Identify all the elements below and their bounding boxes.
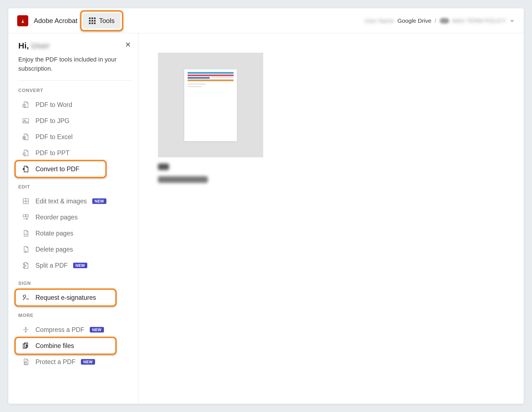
tool-label: PDF to Word — [35, 101, 72, 109]
section-convert-label: CONVERT — [18, 88, 133, 93]
app-title: Adobe Acrobat — [34, 17, 77, 25]
section-more-label: MORE — [18, 313, 133, 318]
tool-pdf-to-word[interactable]: PDF to Word — [18, 97, 133, 113]
reorder-icon — [22, 213, 30, 221]
tool-label: Combine files — [35, 342, 74, 350]
greeting-name: User — [31, 41, 50, 50]
greeting: Hi, User — [18, 41, 133, 50]
main-content — [139, 33, 524, 404]
combine-icon — [22, 342, 30, 350]
new-badge: NEW — [81, 359, 95, 365]
close-icon[interactable]: ✕ — [125, 41, 131, 48]
image-icon — [22, 117, 30, 125]
section-sign-label: SIGN — [18, 281, 133, 286]
breadcrumb-sep: / — [435, 17, 436, 24]
lock-icon — [22, 358, 30, 366]
tool-reorder-pages[interactable]: Reorder pages — [18, 209, 133, 225]
acrobat-logo — [17, 15, 28, 26]
tool-label: Protect a PDF — [35, 358, 75, 366]
doc-excel-icon — [22, 133, 30, 141]
split-icon — [22, 261, 30, 270]
document-page-preview — [184, 69, 237, 141]
divider — [18, 80, 133, 81]
tool-label: Edit text & images — [35, 198, 87, 205]
section-edit-label: EDIT — [18, 184, 133, 190]
doc-ext-label — [158, 163, 169, 170]
signature-icon — [22, 293, 30, 302]
compress-icon — [22, 326, 30, 334]
convert-pdf-icon — [22, 165, 30, 173]
new-badge: NEW — [90, 327, 104, 332]
tools-label: Tools — [99, 17, 114, 25]
svg-rect-4 — [23, 215, 25, 217]
svg-rect-9 — [23, 344, 27, 348]
tool-split-pdf[interactable]: Split a PDF NEW — [18, 257, 133, 273]
tool-protect-pdf[interactable]: Protect a PDF NEW — [18, 354, 133, 370]
tool-convert-to-pdf-wrap: Convert to PDF — [18, 161, 133, 177]
tool-combine-files-wrap: Combine files — [18, 338, 133, 354]
new-badge: NEW — [92, 198, 106, 204]
tool-label: Delete pages — [35, 246, 73, 253]
tools-button[interactable]: Tools — [83, 13, 121, 29]
tool-label: PDF to Excel — [35, 133, 73, 141]
chevron-down-icon[interactable] — [509, 18, 515, 24]
tool-convert-to-pdf[interactable]: Convert to PDF — [18, 161, 133, 177]
tool-label: Reorder pages — [35, 214, 78, 221]
svg-rect-11 — [25, 362, 27, 364]
breadcrumb-service[interactable]: Google Drive — [397, 17, 431, 24]
tool-pdf-to-ppt[interactable]: PDF to PPT — [18, 145, 133, 161]
tool-request-esignatures[interactable]: Request e-signatures — [18, 290, 133, 306]
document-card[interactable] — [158, 53, 504, 183]
tools-sidebar: ✕ Hi, User Enjoy the PDF tools included … — [8, 33, 139, 404]
doc-name-label — [158, 176, 208, 183]
tool-edit-text-images[interactable]: Edit text & images NEW — [18, 193, 133, 209]
acrobat-icon — [19, 17, 26, 24]
document-thumbnail — [158, 53, 263, 157]
edit-icon — [22, 197, 30, 205]
tool-compress-pdf[interactable]: Compress a PDF NEW — [18, 322, 133, 338]
tool-rotate-pages[interactable]: Rotate pages — [18, 225, 133, 241]
grid-icon — [89, 17, 96, 24]
tools-button-wrap: Tools — [83, 13, 121, 29]
tool-label: Convert to PDF — [35, 165, 80, 173]
tool-pdf-to-excel[interactable]: PDF to Excel — [18, 129, 133, 145]
tool-label: Compress a PDF — [35, 326, 84, 334]
tool-delete-pages[interactable]: Delete pages — [18, 241, 133, 257]
svg-point-6 — [23, 263, 25, 265]
greeting-subtext: Enjoy the PDF tools included in your sub… — [18, 55, 118, 73]
tool-label: Split a PDF — [35, 262, 68, 269]
tool-label: Request e-signatures — [35, 294, 96, 301]
tool-label: PDF to PPT — [35, 149, 70, 157]
tool-label: Rotate pages — [35, 230, 73, 237]
body: ✕ Hi, User Enjoy the PDF tools included … — [8, 33, 524, 404]
tool-request-esign-wrap: Request e-signatures — [18, 290, 133, 306]
doc-ppt-icon — [22, 149, 30, 157]
breadcrumb-account[interactable]: User Name — [365, 17, 394, 24]
doc-word-icon — [22, 101, 30, 109]
app-window: Adobe Acrobat Tools User Name Google Dri… — [8, 8, 524, 404]
breadcrumb-blurpill — [440, 18, 449, 24]
svg-rect-5 — [26, 215, 28, 217]
header-bar: Adobe Acrobat Tools User Name Google Dri… — [8, 8, 524, 33]
tool-combine-files[interactable]: Combine files — [18, 338, 133, 354]
svg-point-8 — [23, 295, 26, 298]
delete-icon — [22, 245, 30, 254]
greeting-prefix: Hi, — [18, 41, 29, 50]
tool-label: PDF to JPG — [35, 117, 70, 125]
new-badge: NEW — [73, 263, 87, 268]
rotate-icon — [22, 229, 30, 237]
svg-point-7 — [23, 267, 25, 268]
breadcrumb-file[interactable]: MAX TERM POLICY — [452, 17, 506, 24]
svg-rect-10 — [24, 343, 28, 347]
breadcrumbs: User Name Google Drive / MAX TERM POLICY — [365, 17, 515, 24]
tool-pdf-to-jpg[interactable]: PDF to JPG — [18, 113, 133, 129]
